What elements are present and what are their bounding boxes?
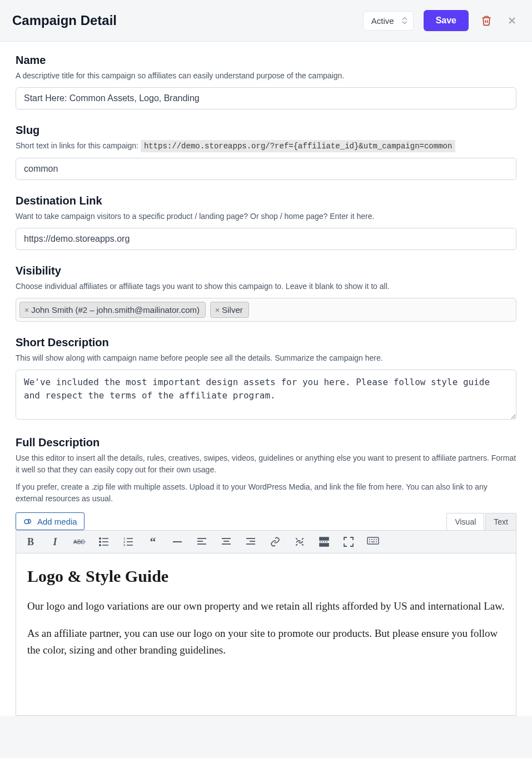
svg-text:3: 3 xyxy=(123,543,126,547)
field-short-description: Short Description This will show along w… xyxy=(16,336,516,422)
visibility-tag: × John Smith (#2 – john.smith@mailinator… xyxy=(19,302,206,318)
svg-point-0 xyxy=(24,520,29,524)
add-media-button[interactable]: Add media xyxy=(16,512,84,530)
field-slug: Slug Short text in links for this campai… xyxy=(16,124,516,180)
short-desc-input[interactable]: We've included the most important design… xyxy=(16,370,516,420)
svg-point-5 xyxy=(100,541,101,542)
visibility-help: Choose individual affiliates or affiliat… xyxy=(16,281,516,292)
toolbar-toggle-button[interactable] xyxy=(366,535,380,548)
tag-label: John Smith (#2 – john.smith@mailinator.c… xyxy=(31,305,200,315)
destination-input[interactable] xyxy=(16,228,516,250)
quote-icon: “ xyxy=(150,535,156,549)
svg-line-25 xyxy=(296,538,297,540)
status-select[interactable]: Active xyxy=(363,11,414,31)
align-center-button[interactable] xyxy=(220,535,233,548)
svg-rect-31 xyxy=(320,543,329,546)
slug-help-prefix: Short text in links for this campaign: xyxy=(16,141,141,150)
slug-help: Short text in links for this campaign: h… xyxy=(16,140,516,152)
visibility-label: Visibility xyxy=(16,265,516,277)
svg-rect-29 xyxy=(320,537,329,540)
chevron-updown-icon xyxy=(402,17,407,24)
save-button[interactable]: Save xyxy=(424,10,469,31)
trash-icon xyxy=(481,15,492,26)
full-desc-help-1: Use this editor to insert all the detail… xyxy=(16,452,516,476)
align-right-icon xyxy=(246,537,256,547)
keyboard-icon xyxy=(367,537,379,547)
link-icon xyxy=(270,537,280,547)
field-name: Name A descriptive title for this campai… xyxy=(16,54,516,109)
fullscreen-icon xyxy=(344,537,354,547)
list-ul-icon xyxy=(99,537,109,547)
tag-label: Silver xyxy=(222,305,243,315)
read-more-button[interactable] xyxy=(317,535,331,548)
short-desc-help: This will show along with campaign name … xyxy=(16,352,516,364)
status-value: Active xyxy=(371,16,394,26)
read-more-icon xyxy=(319,537,329,547)
content: Name A descriptive title for this campai… xyxy=(0,42,532,716)
header: Campaign Detail Active Save xyxy=(0,0,532,42)
svg-line-28 xyxy=(302,538,304,540)
bulleted-list-button[interactable] xyxy=(97,535,111,548)
full-desc-label: Full Description xyxy=(16,436,516,449)
header-actions: Active Save xyxy=(363,10,520,31)
destination-label: Destination Link xyxy=(16,195,516,207)
short-desc-label: Short Description xyxy=(16,336,516,349)
field-full-description: Full Description Use this editor to inse… xyxy=(16,436,516,505)
unlink-icon xyxy=(294,536,305,547)
svg-rect-32 xyxy=(367,537,379,544)
tag-remove-icon[interactable]: × xyxy=(215,306,220,315)
slug-help-code: https://demo.storeapps.org/?ref={affilia… xyxy=(141,140,456,152)
numbered-list-button[interactable]: 123 xyxy=(122,535,135,548)
align-left-button[interactable] xyxy=(195,535,208,548)
add-media-label: Add media xyxy=(37,517,77,526)
editor-header: Add media Visual Text xyxy=(16,512,516,530)
close-button[interactable] xyxy=(504,13,520,28)
italic-button[interactable]: I xyxy=(48,535,62,548)
align-center-icon xyxy=(221,537,231,547)
editor-toolbar: B I ABC 123 “ xyxy=(16,530,516,553)
fullscreen-button[interactable] xyxy=(342,535,355,548)
editor-tabs: Visual Text xyxy=(446,513,516,530)
close-icon xyxy=(506,15,518,26)
field-destination: Destination Link Want to take campaign v… xyxy=(16,195,516,250)
media-icon xyxy=(23,516,33,526)
editor-paragraph: As an affiliate partner, you can use our… xyxy=(27,625,505,658)
editor-content[interactable]: Logo & Style Guide Our logo and logo var… xyxy=(16,553,516,716)
destination-help: Want to take campaign visitors to a spec… xyxy=(16,211,516,222)
delete-button[interactable] xyxy=(479,13,494,28)
name-input[interactable] xyxy=(16,87,516,109)
editor-paragraph: Our logo and logo variations are our own… xyxy=(27,598,505,614)
bold-button[interactable]: B xyxy=(24,535,37,548)
editor-heading: Logo & Style Guide xyxy=(27,567,505,586)
name-help: A descriptive title for this campaign so… xyxy=(16,70,516,82)
svg-point-7 xyxy=(100,545,101,546)
page-title: Campaign Detail xyxy=(12,13,117,28)
visibility-input[interactable]: × John Smith (#2 – john.smith@mailinator… xyxy=(16,298,516,322)
blockquote-button[interactable]: “ xyxy=(146,535,160,548)
list-ol-icon: 123 xyxy=(123,537,133,547)
align-right-button[interactable] xyxy=(244,535,257,548)
unlink-button[interactable] xyxy=(293,535,306,548)
hr-icon xyxy=(172,537,182,547)
align-left-icon xyxy=(197,537,207,547)
strikethrough-icon: ABC xyxy=(73,538,86,546)
link-button[interactable] xyxy=(269,535,282,548)
svg-point-3 xyxy=(100,538,101,539)
field-visibility: Visibility Choose individual affiliates … xyxy=(16,265,516,322)
visibility-tag: × Silver xyxy=(210,302,249,318)
strikethrough-button[interactable]: ABC xyxy=(73,535,86,548)
svg-line-27 xyxy=(296,544,297,546)
name-label: Name xyxy=(16,54,516,67)
svg-line-26 xyxy=(302,544,304,546)
tab-text[interactable]: Text xyxy=(485,513,516,530)
tag-remove-icon[interactable]: × xyxy=(24,306,29,315)
tab-visual[interactable]: Visual xyxy=(446,513,484,530)
horizontal-rule-button[interactable] xyxy=(171,535,184,548)
slug-input[interactable] xyxy=(16,158,516,180)
full-desc-help-2: If you prefer, create a .zip file with m… xyxy=(16,481,516,505)
slug-label: Slug xyxy=(16,124,516,137)
